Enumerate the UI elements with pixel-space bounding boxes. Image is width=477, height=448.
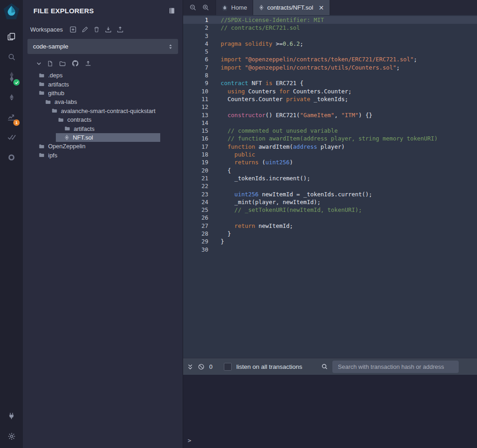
line-number: 18 xyxy=(183,151,208,158)
line-number: 26 xyxy=(183,214,208,221)
code-line-22[interactable]: 22 xyxy=(183,182,477,190)
new-file-icon[interactable] xyxy=(47,60,53,67)
line-number: 27 xyxy=(183,222,208,230)
tree-item-ipfs[interactable]: ipfs xyxy=(23,151,183,160)
line-number: 21 xyxy=(183,174,208,182)
rename-workspace-icon[interactable] xyxy=(81,26,88,33)
workspace-dropdown[interactable]: code-sample xyxy=(27,39,178,54)
terminal-search-input[interactable] xyxy=(332,361,459,373)
tree-item-github[interactable]: github xyxy=(23,89,183,97)
tree-item-label: artifacts xyxy=(74,125,95,132)
tree-item-artifacts[interactable]: artifacts xyxy=(23,80,183,88)
code-line-8[interactable]: 8 xyxy=(183,71,477,79)
code-line-26[interactable]: 26 xyxy=(183,214,477,221)
restore-workspaces-icon[interactable] xyxy=(117,26,124,33)
code-line-12[interactable]: 12 xyxy=(183,103,477,111)
line-number: 24 xyxy=(183,198,208,206)
tree-item-label: OpenZeppelin xyxy=(48,143,86,150)
code-line-2[interactable]: 2// contracts/ERC721.sol xyxy=(183,24,477,32)
file-explorer-icon[interactable] xyxy=(0,27,23,47)
code-line-18[interactable]: 18 public xyxy=(183,151,477,158)
code-line-15[interactable]: 15 // commented out unused variable xyxy=(183,127,477,135)
plugin-manager-icon[interactable] xyxy=(0,406,23,426)
zoom-out-icon[interactable] xyxy=(190,4,196,11)
code-text: public xyxy=(221,151,255,158)
expand-terminal-icon[interactable] xyxy=(187,363,193,370)
code-text: return newItemId; xyxy=(221,222,293,230)
tree-item-label: ipfs xyxy=(48,152,57,159)
terminal-output[interactable]: > xyxy=(183,375,477,448)
code-text: pragma solidity >=0.6.2; xyxy=(221,40,304,48)
code-line-4[interactable]: 4pragma solidity >=0.6.2; xyxy=(183,40,477,48)
panel-title: FILE EXPLORERS xyxy=(33,7,94,15)
code-line-19[interactable]: 19 returns (uint256) xyxy=(183,158,477,166)
code-line-29[interactable]: 29} xyxy=(183,237,477,245)
settings-icon[interactable] xyxy=(0,426,23,446)
tab-home-label: Home xyxy=(231,4,247,11)
code-line-6[interactable]: 6import "@openzeppelin/contracts/token/E… xyxy=(183,55,477,63)
tree-item-contracts[interactable]: contracts xyxy=(23,115,183,124)
code-text: uint256 newItemId = _tokenIds.current(); xyxy=(221,190,372,198)
tab-home[interactable]: Home xyxy=(216,0,253,15)
listen-transactions-checkbox[interactable] xyxy=(224,363,232,371)
code-line-1[interactable]: 1//SPDX-License-Identifier: MIT xyxy=(183,16,477,24)
terminal-toolbar: 0 listen on all transactions xyxy=(183,358,477,375)
unit-testing-icon[interactable] xyxy=(0,127,23,147)
collapse-chevron-icon[interactable] xyxy=(37,61,41,66)
tree-item-nft-sol[interactable]: NFT.sol xyxy=(23,133,183,142)
tree-item-openzeppelin[interactable]: OpenZeppelin xyxy=(23,142,183,151)
code-text: Counters.Counter private _tokenIds; xyxy=(221,95,348,103)
code-line-24[interactable]: 24 _mint(player, newItemId); xyxy=(183,198,477,206)
code-line-30[interactable]: 30 xyxy=(183,246,477,254)
code-line-16[interactable]: 16 // function awardItem(address player,… xyxy=(183,135,477,142)
tree-item-ava-labs[interactable]: ava-labs xyxy=(23,97,183,106)
code-line-14[interactable]: 14 xyxy=(183,119,477,127)
code-line-9[interactable]: 9contract NFT is ERC721 { xyxy=(183,79,477,87)
code-line-28[interactable]: 28 } xyxy=(183,230,477,237)
code-line-5[interactable]: 5 xyxy=(183,48,477,55)
delete-workspace-icon[interactable] xyxy=(93,26,100,33)
close-tab-icon[interactable]: ✕ xyxy=(319,5,324,11)
remix-logo-icon[interactable] xyxy=(3,3,20,20)
line-number: 28 xyxy=(183,230,208,237)
zoom-in-icon[interactable] xyxy=(202,4,209,11)
code-line-21[interactable]: 21 _tokenIds.increment(); xyxy=(183,174,477,182)
line-number: 14 xyxy=(183,119,208,127)
workspaces-row: Workspaces xyxy=(23,15,183,33)
download-workspaces-icon[interactable] xyxy=(105,26,112,33)
upload-file-icon[interactable] xyxy=(85,60,92,67)
search-icon[interactable] xyxy=(0,47,23,67)
debugger-icon[interactable] xyxy=(0,147,23,167)
create-workspace-icon[interactable] xyxy=(70,26,76,33)
code-line-17[interactable]: 17 function awardItem(address player) xyxy=(183,143,477,151)
line-number: 25 xyxy=(183,206,208,214)
line-number: 19 xyxy=(183,158,208,166)
folder-icon xyxy=(64,126,70,131)
tree-item-avalanche-smart-contract-quickstart[interactable]: avalanche-smart-contract-quickstart xyxy=(23,107,183,115)
book-icon[interactable] xyxy=(168,7,175,14)
solidity-compiler-icon[interactable] xyxy=(0,67,23,87)
code-line-25[interactable]: 25 // _setTokenURI(newItemId, tokenURI); xyxy=(183,206,477,214)
remix-ide: 1 FILE EXPLORERS Workspaces xyxy=(0,0,477,448)
code-line-13[interactable]: 13 constructor() ERC721("GameItem", "ITM… xyxy=(183,111,477,119)
code-line-23[interactable]: 23 uint256 newItemId = _tokenIds.current… xyxy=(183,190,477,198)
remix-tab-icon xyxy=(222,5,228,11)
code-line-3[interactable]: 3 xyxy=(183,32,477,40)
new-folder-icon[interactable] xyxy=(59,60,66,67)
code-line-27[interactable]: 27 return newItemId; xyxy=(183,222,477,230)
clear-console-icon[interactable] xyxy=(198,363,205,370)
tree-item-label: avalanche-smart-contract-quickstart xyxy=(61,108,156,114)
code-line-11[interactable]: 11 Counters.Counter private _tokenIds; xyxy=(183,95,477,103)
line-number: 8 xyxy=(183,71,208,79)
code-editor[interactable]: 1//SPDX-License-Identifier: MIT2// contr… xyxy=(183,15,477,358)
tree-item--deps[interactable]: .deps xyxy=(23,71,183,80)
tab-contracts-nft-sol[interactable]: contracts/NFT.sol ✕ xyxy=(253,0,330,15)
github-icon[interactable] xyxy=(72,60,79,67)
analysis-icon[interactable]: 1 xyxy=(0,107,23,127)
code-line-10[interactable]: 10 using Counters for Counters.Counter; xyxy=(183,87,477,95)
code-text: import "@openzeppelin/contracts/utils/Co… xyxy=(221,64,400,71)
deploy-run-icon[interactable] xyxy=(0,87,23,107)
code-line-20[interactable]: 20 { xyxy=(183,167,477,174)
code-line-7[interactable]: 7import "@openzeppelin/contracts/utils/C… xyxy=(183,64,477,71)
tree-item-artifacts[interactable]: artifacts xyxy=(23,124,183,133)
